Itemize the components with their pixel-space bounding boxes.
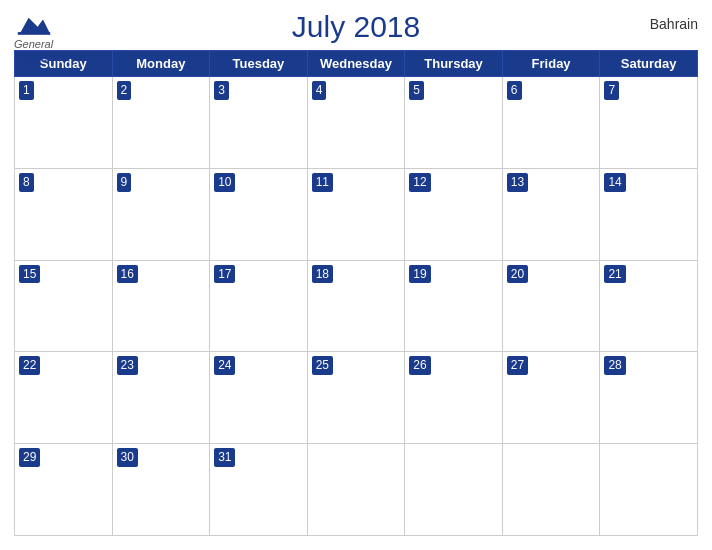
week-row-3: 15161718192021 <box>15 260 698 352</box>
date-cell-16: 16 <box>112 260 210 352</box>
date-number-15: 15 <box>19 265 40 284</box>
date-number-18: 18 <box>312 265 333 284</box>
date-cell-12: 12 <box>405 168 503 260</box>
day-header-friday: Friday <box>502 51 600 77</box>
logo-text-blue: Blue <box>19 50 47 65</box>
date-cell-1: 1 <box>15 77 113 169</box>
date-cell-7: 7 <box>600 77 698 169</box>
date-number-4: 4 <box>312 81 327 100</box>
date-cell-empty-3 <box>307 444 405 536</box>
date-number-13: 13 <box>507 173 528 192</box>
date-number-7: 7 <box>604 81 619 100</box>
date-number-16: 16 <box>117 265 138 284</box>
date-number-30: 30 <box>117 448 138 467</box>
date-cell-18: 18 <box>307 260 405 352</box>
calendar-container: General Blue July 2018 Bahrain Sunday Mo… <box>0 0 712 550</box>
date-cell-30: 30 <box>112 444 210 536</box>
date-number-23: 23 <box>117 356 138 375</box>
date-cell-10: 10 <box>210 168 308 260</box>
date-number-8: 8 <box>19 173 34 192</box>
svg-rect-2 <box>17 32 49 35</box>
date-cell-empty-4 <box>405 444 503 536</box>
date-cell-empty-5 <box>502 444 600 536</box>
date-cell-22: 22 <box>15 352 113 444</box>
date-number-9: 9 <box>117 173 132 192</box>
date-number-1: 1 <box>19 81 34 100</box>
logo-icon <box>16 10 52 38</box>
date-cell-27: 27 <box>502 352 600 444</box>
date-number-5: 5 <box>409 81 424 100</box>
date-cell-24: 24 <box>210 352 308 444</box>
date-number-21: 21 <box>604 265 625 284</box>
date-cell-empty-6 <box>600 444 698 536</box>
calendar-table: Sunday Monday Tuesday Wednesday Thursday… <box>14 50 698 536</box>
date-cell-25: 25 <box>307 352 405 444</box>
date-number-14: 14 <box>604 173 625 192</box>
calendar-body: 1234567891011121314151617181920212223242… <box>15 77 698 536</box>
date-number-17: 17 <box>214 265 235 284</box>
date-number-3: 3 <box>214 81 229 100</box>
date-cell-31: 31 <box>210 444 308 536</box>
week-row-4: 22232425262728 <box>15 352 698 444</box>
date-number-28: 28 <box>604 356 625 375</box>
date-number-11: 11 <box>312 173 333 192</box>
date-cell-29: 29 <box>15 444 113 536</box>
date-cell-11: 11 <box>307 168 405 260</box>
date-cell-9: 9 <box>112 168 210 260</box>
date-cell-8: 8 <box>15 168 113 260</box>
date-number-26: 26 <box>409 356 430 375</box>
logo-text-general: General <box>14 38 53 50</box>
date-number-24: 24 <box>214 356 235 375</box>
date-cell-6: 6 <box>502 77 600 169</box>
day-header-monday: Monday <box>112 51 210 77</box>
date-number-6: 6 <box>507 81 522 100</box>
day-header-wednesday: Wednesday <box>307 51 405 77</box>
svg-marker-0 <box>19 18 50 34</box>
date-cell-3: 3 <box>210 77 308 169</box>
date-number-2: 2 <box>117 81 132 100</box>
date-number-22: 22 <box>19 356 40 375</box>
date-cell-4: 4 <box>307 77 405 169</box>
week-row-1: 1234567 <box>15 77 698 169</box>
day-headers-row: Sunday Monday Tuesday Wednesday Thursday… <box>15 51 698 77</box>
date-cell-21: 21 <box>600 260 698 352</box>
date-cell-5: 5 <box>405 77 503 169</box>
date-number-31: 31 <box>214 448 235 467</box>
date-number-25: 25 <box>312 356 333 375</box>
date-cell-23: 23 <box>112 352 210 444</box>
day-header-tuesday: Tuesday <box>210 51 308 77</box>
logo: General Blue <box>14 10 53 65</box>
date-number-20: 20 <box>507 265 528 284</box>
week-row-2: 891011121314 <box>15 168 698 260</box>
calendar-header: General Blue July 2018 Bahrain <box>14 10 698 44</box>
date-cell-13: 13 <box>502 168 600 260</box>
date-cell-15: 15 <box>15 260 113 352</box>
country-label: Bahrain <box>650 16 698 32</box>
date-cell-26: 26 <box>405 352 503 444</box>
date-cell-14: 14 <box>600 168 698 260</box>
calendar-title: July 2018 <box>292 10 420 44</box>
date-cell-2: 2 <box>112 77 210 169</box>
date-number-29: 29 <box>19 448 40 467</box>
date-cell-28: 28 <box>600 352 698 444</box>
date-cell-20: 20 <box>502 260 600 352</box>
week-row-5: 293031 <box>15 444 698 536</box>
day-header-thursday: Thursday <box>405 51 503 77</box>
day-header-saturday: Saturday <box>600 51 698 77</box>
date-cell-19: 19 <box>405 260 503 352</box>
date-number-10: 10 <box>214 173 235 192</box>
date-number-27: 27 <box>507 356 528 375</box>
date-cell-17: 17 <box>210 260 308 352</box>
date-number-19: 19 <box>409 265 430 284</box>
date-number-12: 12 <box>409 173 430 192</box>
